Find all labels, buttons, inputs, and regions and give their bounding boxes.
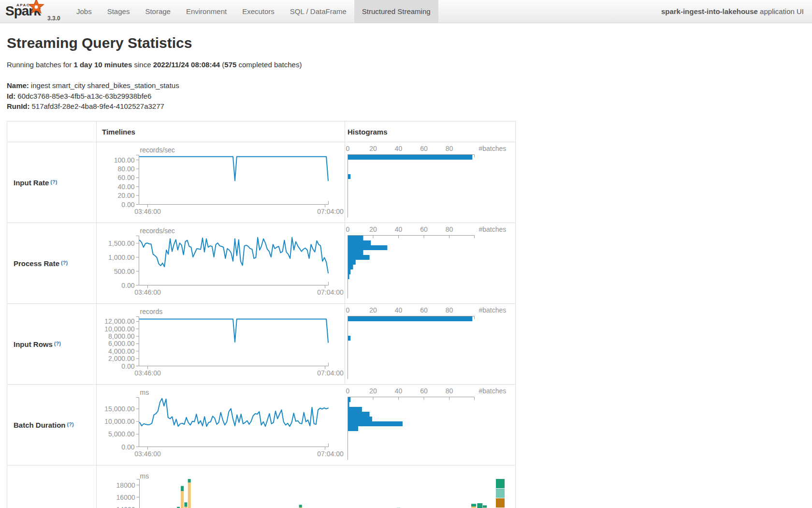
name-label: Name: xyxy=(7,81,29,90)
svg-text:#batches: #batches xyxy=(479,225,507,233)
running-suffix: completed batches) xyxy=(236,60,302,69)
svg-text:#batches: #batches xyxy=(479,306,507,314)
svg-text:40: 40 xyxy=(395,225,403,233)
process-rate-charts: records/sec1,500.001,000.00500.000.0003:… xyxy=(7,223,515,304)
query-runid-line: RunId:517afd3f-28e2-4ba8-9fe4-4102527a32… xyxy=(7,101,179,112)
running-paren: ( xyxy=(220,60,224,69)
svg-text:20: 20 xyxy=(369,225,377,233)
row-input-rows: Input Rows(?) records12,000.0010,000.008… xyxy=(7,303,515,384)
svg-text:03:46:00: 03:46:00 xyxy=(134,369,161,377)
spark-logo[interactable]: APACHE Spark 3.3.0 xyxy=(0,0,63,23)
svg-text:03:46:00: 03:46:00 xyxy=(134,288,161,296)
svg-text:0.00: 0.00 xyxy=(121,443,134,451)
svg-text:80: 80 xyxy=(446,145,453,152)
svg-text:40: 40 xyxy=(395,145,403,152)
svg-text:0: 0 xyxy=(346,145,350,152)
svg-text:15,000.00: 15,000.00 xyxy=(104,405,134,413)
column-divider xyxy=(345,142,345,223)
column-divider xyxy=(96,121,97,142)
column-divider xyxy=(345,304,345,384)
svg-text:500.00: 500.00 xyxy=(114,268,135,275)
column-divider xyxy=(345,121,345,142)
svg-text:20: 20 xyxy=(369,145,377,152)
svg-text:07:04:00: 07:04:00 xyxy=(317,208,344,215)
svg-text:80: 80 xyxy=(446,225,453,233)
svg-text:60: 60 xyxy=(420,225,428,233)
svg-text:03:46:00: 03:46:00 xyxy=(134,450,161,458)
tab-sql-dataframe[interactable]: SQL / DataFrame xyxy=(282,0,354,23)
spark-star-icon xyxy=(28,0,44,15)
running-batch-count: 575 xyxy=(224,60,236,69)
svg-text:10,000.00: 10,000.00 xyxy=(104,418,134,425)
svg-text:10,000.00: 10,000.00 xyxy=(104,325,134,333)
svg-text:0.00: 0.00 xyxy=(121,282,134,289)
svg-text:40.00: 40.00 xyxy=(117,183,134,191)
svg-text:ms: ms xyxy=(140,472,149,480)
row-process-rate: Process Rate(?) records/sec1,500.001,000… xyxy=(7,223,515,303)
tab-storage[interactable]: Storage xyxy=(137,0,178,23)
svg-text:6,000.00: 6,000.00 xyxy=(108,340,135,347)
spark-ui-screen: APACHE Spark 3.3.0 JobsStagesStorageEnvi… xyxy=(0,0,812,508)
tab-jobs[interactable]: Jobs xyxy=(69,0,100,23)
operation-duration-chart: ms180001600014000 xyxy=(7,465,515,508)
name-value: ingest smart_city shared_bikes_station_s… xyxy=(31,81,179,90)
svg-text:2,000.00: 2,000.00 xyxy=(108,355,135,362)
spark-version: 3.3.0 xyxy=(47,15,60,22)
tab-structured-streaming[interactable]: Structured Streaming xyxy=(354,0,438,23)
query-name-line: Name:ingest smart_city shared_bikes_stat… xyxy=(7,80,179,91)
svg-text:0.00: 0.00 xyxy=(121,362,134,370)
query-id-line: Id:60dc3768-85e3-4fb5-a13c-63b29938bfe6 xyxy=(7,91,179,102)
svg-text:records/sec: records/sec xyxy=(140,146,175,154)
runid-label: RunId: xyxy=(7,102,29,110)
svg-text:records/sec: records/sec xyxy=(140,227,175,235)
running-start-time: 2022/11/24 08:08:44 xyxy=(153,60,220,69)
batch-duration-charts: ms15,000.0010,000.005,000.000.0003:46:00… xyxy=(7,385,515,465)
running-batches-summary: Running batches for 1 day 10 minutes sin… xyxy=(7,60,302,69)
svg-text:20.00: 20.00 xyxy=(117,192,134,199)
svg-text:0: 0 xyxy=(346,387,350,395)
svg-text:#batches: #batches xyxy=(479,145,507,152)
svg-text:0: 0 xyxy=(346,306,350,314)
svg-text:80: 80 xyxy=(446,306,453,314)
row-input-rate: Input Rate(?) records/sec100.0080.0060.0… xyxy=(7,142,515,223)
svg-text:20: 20 xyxy=(369,306,377,314)
query-meta: Name:ingest smart_city shared_bikes_stat… xyxy=(7,80,179,112)
svg-text:0: 0 xyxy=(346,225,350,233)
svg-text:20: 20 xyxy=(369,387,377,395)
svg-text:07:04:00: 07:04:00 xyxy=(317,369,344,377)
svg-text:14000: 14000 xyxy=(116,506,135,508)
page-title: Streaming Query Statistics xyxy=(7,35,192,51)
input-rows-charts: records12,000.0010,000.008,000.006,000.0… xyxy=(7,304,515,385)
svg-text:5,000.00: 5,000.00 xyxy=(108,430,135,438)
row-batch-duration: Batch Duration(?) ms15,000.0010,000.005,… xyxy=(7,384,515,465)
column-divider xyxy=(96,385,97,465)
legend-swatch-teal xyxy=(496,479,505,488)
svg-text:03:46:00: 03:46:00 xyxy=(134,208,161,215)
column-divider xyxy=(96,223,97,303)
column-divider xyxy=(96,142,97,223)
running-duration: 1 day 10 minutes xyxy=(73,60,132,69)
svg-text:60: 60 xyxy=(420,387,428,395)
svg-text:100.00: 100.00 xyxy=(114,156,135,164)
svg-text:records: records xyxy=(140,308,163,315)
runid-value: 517afd3f-28e2-4ba8-9fe4-4102527a3277 xyxy=(31,102,164,110)
nav-tabs: JobsStagesStorageEnvironmentExecutorsSQL… xyxy=(69,0,438,23)
column-divider xyxy=(96,304,97,384)
input-rate-charts: records/sec100.0080.0060.0040.0020.000.0… xyxy=(7,142,515,223)
running-mid: since xyxy=(132,60,153,69)
tab-environment[interactable]: Environment xyxy=(178,0,234,23)
svg-text:07:04:00: 07:04:00 xyxy=(317,288,344,296)
svg-text:60: 60 xyxy=(420,145,428,152)
tab-executors[interactable]: Executors xyxy=(234,0,282,23)
column-divider xyxy=(96,465,97,508)
statistics-table: Timelines Histograms Input Rate(?) recor… xyxy=(7,121,516,508)
svg-text:18000: 18000 xyxy=(116,481,135,489)
top-navbar: APACHE Spark 3.3.0 JobsStagesStorageEnvi… xyxy=(0,0,812,23)
legend-swatch-light-teal xyxy=(496,489,505,498)
svg-text:07:04:00: 07:04:00 xyxy=(317,450,344,458)
svg-text:4,000.00: 4,000.00 xyxy=(108,347,135,355)
running-prefix: Running batches for xyxy=(7,60,73,69)
table-header: Timelines Histograms xyxy=(7,121,515,142)
svg-text:12,000.00: 12,000.00 xyxy=(104,317,134,325)
tab-stages[interactable]: Stages xyxy=(100,0,138,23)
